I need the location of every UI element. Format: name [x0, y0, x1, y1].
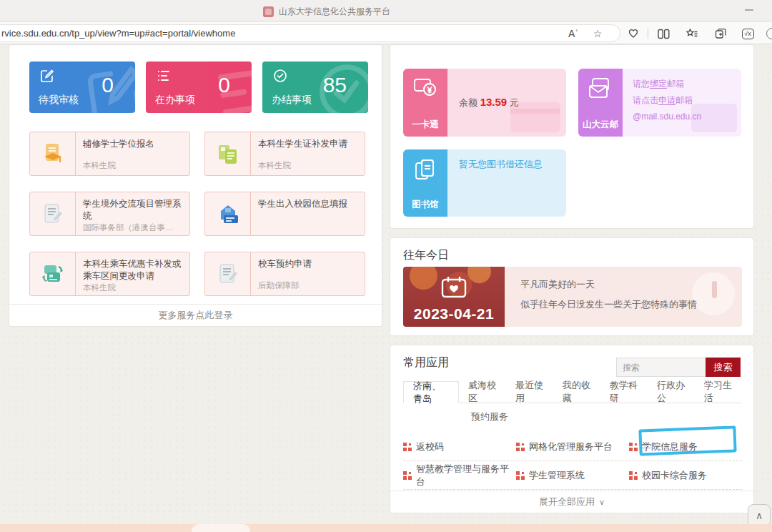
service-dept: 国际事务部（港澳台事… [83, 222, 184, 233]
app-grid-icon [516, 443, 525, 451]
tab-jinan-qingdao[interactable]: 济南、青岛 [403, 381, 459, 403]
add-favorite-icon[interactable]: ☆ [590, 26, 605, 41]
browser-essentials-icon[interactable] [626, 26, 640, 41]
tab-admin-office[interactable]: 行政办公 [648, 381, 695, 403]
service-overseas-exchange[interactable]: 学生境外交流项目管理系统 国际事务部（港澳台事… [29, 192, 190, 236]
bind-mail-link: 绑定 [650, 79, 667, 89]
campus-card-widget[interactable]: 一卡通 余额 13.59 元 [403, 69, 566, 137]
stat-pending-review[interactable]: 待我审核 0 [29, 61, 135, 113]
memory-date: 2023-04-21 [403, 305, 505, 322]
service-title: 辅修学士学位报名 [83, 138, 184, 150]
math-solver-icon[interactable]: √x [741, 26, 755, 41]
campus-card-body: 余额 13.59 元 [447, 69, 566, 137]
split-screen-icon[interactable] [656, 26, 670, 41]
page-background: 待我审核 0 在办事项 0 [0, 44, 772, 524]
browser-tab[interactable]: 山东大学信息化公共服务平台 [263, 3, 390, 20]
memory-text: 平凡而美好的一天 似乎往年今日没发生一些关于您特殊的事情 [505, 267, 742, 327]
doc-pencil-icon [30, 192, 76, 235]
stat-completed[interactable]: 办结事项 85 [262, 61, 368, 113]
tab-title: 山东大学信息化公共服务平台 [279, 6, 390, 18]
url-text[interactable]: rvice.sdu.edu.cn/tp_up/view?m=up#act=por… [1, 28, 235, 39]
clock-watermark-icon [692, 272, 735, 315]
memories-title: 往年今日 [403, 248, 449, 263]
app-grid-management[interactable]: 网格化管理服务平台 [516, 440, 629, 453]
collections-icon[interactable] [713, 26, 728, 41]
app-link-label: 学生管理系统 [529, 469, 585, 482]
app-link-label: 智慧教学管理与服务平台 [416, 463, 516, 488]
mail-domain: @mail.sdu.edu.cn [633, 109, 701, 125]
service-dept: 本科生院 [83, 160, 184, 171]
balance-text: 余额 13.59 元 [459, 96, 519, 109]
app-link-label: 返校码 [416, 440, 444, 453]
minimize-icon[interactable] [745, 9, 753, 11]
toolbar-divider [648, 29, 648, 39]
service-title: 本科生学生证补发申请 [258, 138, 359, 150]
app-smart-teaching[interactable]: 智慧教学管理与服务平台 [403, 463, 516, 488]
service-dept: 本科生院 [258, 160, 359, 171]
site-favicon-icon [263, 6, 274, 17]
app-link-label: 学院信息服务 [642, 440, 698, 453]
tab-booking-service[interactable]: 预约服务 [462, 407, 518, 427]
app-search-button[interactable]: 搜索 [706, 358, 741, 377]
service-title: 校车预约申请 [258, 258, 359, 270]
more-services-login-link[interactable]: 更多服务点此登录 [9, 304, 382, 326]
app-college-info-service[interactable]: 学院信息服务 [629, 440, 742, 453]
app-links-row2: 智慧教学管理与服务平台 学生管理系统 校园卡综合服务 [403, 461, 742, 490]
tab-study-life[interactable]: 学习生活 [695, 381, 742, 403]
cloud-mail-body: 请您绑定邮箱 请点击申请邮箱 @mail.sdu.edu.cn [623, 69, 741, 137]
campus-card-label: 一卡通 [412, 119, 439, 131]
app-search: 搜索 [616, 358, 741, 377]
service-student-id-reissue[interactable]: 本科生学生证补发申请 本科生院 [204, 132, 365, 176]
stat-value: 0 [218, 73, 230, 97]
check-circle-icon [272, 68, 288, 87]
cloud-mail-widget[interactable]: 山大云邮 请您绑定邮箱 请点击申请邮箱 @mail.sdu.edu.cn [578, 69, 741, 137]
stat-cards: 待我审核 0 在办事项 0 [29, 61, 368, 113]
stat-value: 0 [102, 73, 114, 97]
memory-line1: 平凡而美好的一天 [520, 278, 595, 291]
service-school-bus-booking[interactable]: 校车预约申请 后勤保障部 [204, 252, 365, 296]
library-widget[interactable]: 图书馆 暂无您图书借还信息 [403, 149, 566, 217]
app-student-management[interactable]: 学生管理系统 [516, 469, 629, 482]
browser-tab-bar: 山东大学信息化公共服务平台 [0, 0, 772, 21]
app-return-code[interactable]: 返校码 [403, 440, 516, 453]
common-apps-title: 常用应用 [403, 355, 449, 370]
app-grid-icon [629, 471, 638, 480]
tab-teaching-research[interactable]: 教学科研 [600, 381, 648, 403]
app-grid-icon [629, 443, 638, 451]
read-aloud-icon[interactable]: Aʾ [566, 26, 580, 41]
background-window-edge [0, 524, 772, 532]
app-campus-card-service[interactable]: 校园卡综合服务 [629, 469, 742, 482]
card-yen-icon [413, 77, 437, 102]
chevron-up-icon: ∧ [756, 510, 763, 521]
tab-favorites[interactable]: 我的收藏 [553, 381, 600, 403]
profile-icon[interactable] [766, 28, 772, 39]
bind-mail-line[interactable]: 请您绑定邮箱 [633, 76, 701, 92]
service-title: 本科生乘车优惠卡补发或乘车区间更改申请 [83, 258, 184, 282]
app-tabs-row2: 预约服务 [403, 407, 518, 427]
apply-mail-line[interactable]: 请点击申请邮箱 [633, 92, 701, 109]
stat-value: 85 [323, 73, 347, 97]
cloud-mail-side: 山大云邮 [578, 69, 623, 137]
expand-all-apps[interactable]: 展开全部应用 ∨ [390, 491, 753, 513]
tab-recent[interactable]: 最近使用 [506, 381, 553, 403]
memory-card[interactable]: 2023-04-21 平凡而美好的一天 似乎往年今日没发生一些关于您特殊的事情 [403, 267, 742, 327]
app-search-input[interactable] [616, 358, 706, 377]
common-apps-panel: 常用应用 搜索 济南、青岛 威海校区 最近使用 我的收藏 教学科研 行政办公 学… [390, 345, 754, 513]
stat-label: 办结事项 [272, 94, 312, 107]
service-title: 学生境外交流项目管理系统 [83, 198, 184, 222]
service-campus-entry-report[interactable]: 学生出入校园信息填报 [204, 192, 365, 236]
house-card-icon [205, 192, 251, 235]
doc-pencil-icon [205, 252, 251, 295]
favorites-icon[interactable] [685, 26, 699, 41]
tab-weihai[interactable]: 威海校区 [459, 381, 506, 403]
service-dept: 后勤保障部 [258, 280, 359, 291]
campus-card-side: 一卡通 [403, 69, 447, 137]
app-link-label: 校园卡综合服务 [642, 469, 707, 482]
service-minor-degree[interactable]: 辅修学士学位报名 本科生院 [29, 132, 190, 176]
stat-in-progress[interactable]: 在办事项 0 [146, 61, 252, 113]
service-bus-discount-card[interactable]: 本科生乘车优惠卡补发或乘车区间更改申请 本科生院 [29, 252, 190, 296]
tasks-services-panel: 待我审核 0 在办事项 0 [9, 44, 382, 327]
app-tabs: 济南、青岛 威海校区 最近使用 我的收藏 教学科研 行政办公 学习生活 [403, 381, 742, 403]
balance-amount: 13.59 [480, 96, 508, 108]
memory-photo: 2023-04-21 [403, 267, 505, 327]
